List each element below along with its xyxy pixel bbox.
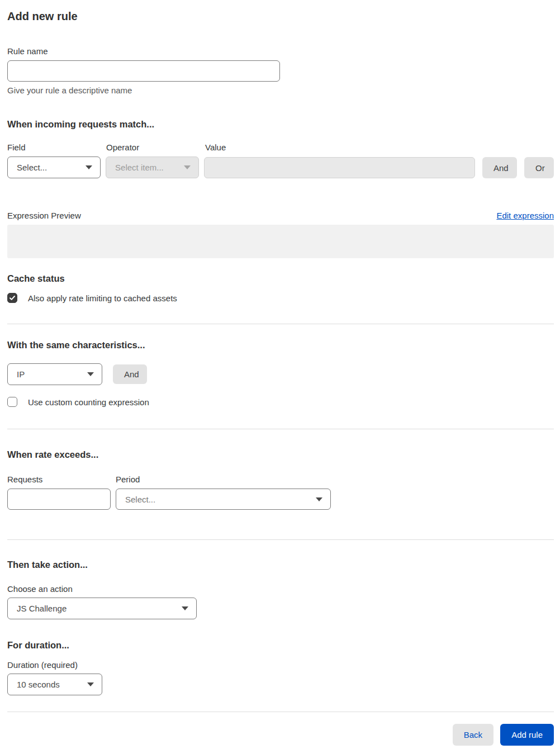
action-heading: Then take action...	[7, 560, 554, 570]
characteristic-select[interactable]: IP	[7, 363, 102, 385]
value-label: Value	[205, 143, 226, 152]
chevron-down-icon	[87, 682, 94, 686]
chevron-down-icon	[87, 372, 94, 376]
chevron-down-icon	[316, 497, 322, 501]
or-button[interactable]: Or	[524, 157, 554, 178]
action-select[interactable]: JS Challenge	[7, 598, 197, 619]
field-label: Field	[7, 143, 106, 152]
requests-input[interactable]	[7, 489, 111, 510]
chevron-down-icon	[184, 165, 191, 169]
match-labels-row: Field Operator Value	[7, 143, 554, 157]
match-controls-row: Select... Select item... And Or	[7, 157, 554, 178]
cache-checkbox-label: Also apply rate limiting to cached asset…	[28, 293, 177, 303]
value-input[interactable]	[204, 157, 475, 178]
cache-checkbox-row[interactable]: Also apply rate limiting to cached asset…	[7, 293, 554, 303]
expression-preview-box	[7, 225, 554, 258]
rule-name-helper: Give your rule a descriptive name	[7, 86, 554, 95]
rate-labels-row: Requests Period	[7, 475, 554, 489]
cache-status-heading: Cache status	[7, 273, 554, 284]
cache-checkbox[interactable]	[7, 293, 17, 303]
custom-counting-checkbox-label: Use custom counting expression	[28, 397, 149, 407]
operator-label: Operator	[106, 143, 205, 152]
and-button[interactable]: And	[482, 157, 517, 178]
rule-name-label: Rule name	[7, 46, 554, 56]
period-label: Period	[116, 475, 140, 484]
rule-name-group: Rule name Give your rule a descriptive n…	[7, 46, 554, 95]
page-title: Add new rule	[7, 10, 554, 23]
expression-preview-label: Expression Preview	[7, 211, 81, 220]
back-button[interactable]: Back	[453, 724, 493, 746]
characteristics-row: IP And	[7, 363, 554, 385]
rate-heading: When rate exceeds...	[7, 449, 554, 460]
custom-counting-checkbox[interactable]	[7, 397, 17, 407]
period-select-value: Select...	[125, 495, 155, 504]
checkmark-icon	[9, 295, 16, 301]
section-divider	[7, 429, 554, 429]
action-label: Choose an action	[7, 584, 554, 594]
duration-heading: For duration...	[7, 640, 554, 651]
footer-actions: Back Add rule	[7, 724, 554, 746]
duration-label: Duration (required)	[7, 660, 554, 670]
field-select[interactable]: Select...	[7, 157, 101, 178]
field-select-value: Select...	[17, 163, 47, 172]
period-select[interactable]: Select...	[116, 489, 331, 510]
characteristics-heading: With the same characteristics...	[7, 340, 554, 350]
characteristic-select-value: IP	[17, 369, 25, 379]
footer-divider	[7, 712, 554, 712]
section-divider	[7, 539, 554, 540]
rate-controls-row: Select...	[7, 489, 554, 510]
section-divider	[7, 324, 554, 324]
add-rule-button[interactable]: Add rule	[500, 724, 554, 746]
duration-select[interactable]: 10 seconds	[7, 674, 102, 695]
characteristics-and-button[interactable]: And	[113, 364, 147, 384]
chevron-down-icon	[86, 165, 92, 169]
edit-expression-link[interactable]: Edit expression	[496, 211, 554, 220]
expression-header: Expression Preview Edit expression	[7, 211, 554, 220]
action-select-value: JS Challenge	[17, 604, 67, 613]
operator-select-value: Select item...	[115, 163, 164, 172]
rule-name-input[interactable]	[7, 60, 280, 82]
add-rule-form: Add new rule Rule name Give your rule a …	[0, 0, 560, 746]
duration-select-value: 10 seconds	[17, 680, 60, 689]
chevron-down-icon	[182, 606, 188, 610]
custom-counting-checkbox-row[interactable]: Use custom counting expression	[7, 397, 554, 407]
requests-label: Requests	[7, 475, 116, 484]
operator-select[interactable]: Select item...	[106, 157, 199, 178]
match-section-heading: When incoming requests match...	[7, 119, 554, 130]
